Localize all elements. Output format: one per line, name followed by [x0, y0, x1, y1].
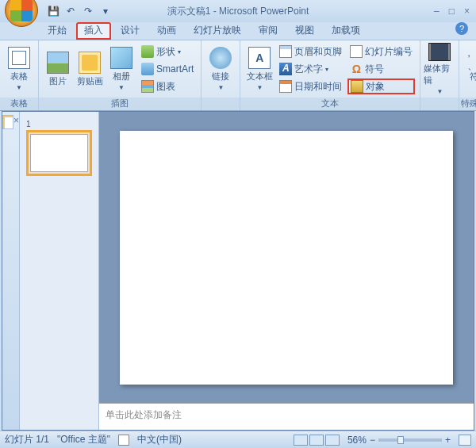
media-clip-button[interactable]: 媒体剪辑▼ [424, 43, 455, 95]
symbol-button[interactable]: Ω符号 [347, 61, 415, 77]
sorter-view-button[interactable] [309, 435, 324, 446]
wordart-button[interactable]: A艺术字▾ [277, 61, 344, 77]
hyperlink-button[interactable]: 链接▼ [205, 43, 236, 95]
tab-insert[interactable]: 插入 [76, 22, 111, 40]
maximize-button[interactable]: □ [449, 6, 455, 17]
qat-dropdown-icon[interactable]: ▾ [98, 4, 113, 18]
tab-slideshow[interactable]: 幻灯片放映 [186, 22, 249, 40]
status-language[interactable]: 中文(中国) [137, 433, 182, 446]
shapes-button[interactable]: 形状▾ [139, 44, 196, 59]
tab-design[interactable]: 设计 [113, 22, 148, 40]
zoom-in-button[interactable]: + [445, 435, 451, 446]
status-theme: "Office 主题" [57, 433, 110, 446]
slideshow-view-button[interactable] [325, 435, 340, 446]
smartart-button[interactable]: SmartArt [139, 61, 196, 77]
picture-button[interactable]: 图片 [42, 43, 74, 95]
group-text-label: 文本 [240, 98, 420, 110]
album-button[interactable]: 相册▼ [106, 43, 137, 95]
undo-icon[interactable]: ↶ [63, 4, 78, 18]
save-icon[interactable]: 💾 [46, 4, 60, 18]
date-time-button[interactable]: 日期和时间 [277, 78, 344, 94]
redo-icon[interactable]: ↷ [81, 4, 95, 18]
slides-tab-icon[interactable] [2, 115, 13, 129]
panel-close-icon[interactable]: × [13, 115, 19, 129]
close-button[interactable]: × [464, 6, 470, 17]
spellcheck-icon[interactable] [118, 435, 129, 446]
notes-pane[interactable]: 单击此处添加备注 [99, 403, 474, 430]
status-slide-count: 幻灯片 1/1 [5, 433, 49, 446]
object-button[interactable]: 对象 [347, 78, 415, 94]
zoom-out-button[interactable]: − [370, 435, 375, 446]
zoom-slider[interactable] [378, 438, 442, 442]
clipart-button[interactable]: 剪贴画 [74, 43, 106, 95]
fit-to-window-button[interactable] [459, 435, 471, 446]
thumbnail-number: 1 [26, 120, 31, 128]
tab-animation[interactable]: 动画 [149, 22, 184, 40]
group-tables-label: 表格 [0, 98, 38, 110]
chart-button[interactable]: 图表 [139, 78, 196, 94]
slide-canvas[interactable] [99, 112, 474, 403]
textbox-button[interactable]: A文本框▼ [244, 43, 275, 95]
group-illustrations-label: 插图 [39, 98, 201, 110]
minimize-button[interactable]: – [434, 6, 440, 17]
table-button[interactable]: 表格▼ [3, 43, 35, 95]
zoom-level[interactable]: 56% [347, 435, 367, 446]
slide[interactable] [120, 131, 453, 385]
tab-view[interactable]: 视图 [287, 22, 322, 40]
header-footer-button[interactable]: 页眉和页脚 [277, 44, 344, 59]
slide-number-button[interactable]: 幻灯片编号 [347, 44, 415, 59]
special-symbol-button[interactable]: , ; 、符号▼ [463, 43, 476, 95]
tab-home[interactable]: 开始 [40, 22, 75, 40]
tab-review[interactable]: 审阅 [251, 22, 286, 40]
normal-view-button[interactable] [294, 435, 308, 446]
tab-addin[interactable]: 加载项 [324, 22, 368, 40]
help-icon[interactable]: ? [455, 22, 468, 35]
group-special-label: 特殊符号 [459, 98, 476, 110]
slide-thumbnail[interactable] [26, 130, 92, 176]
